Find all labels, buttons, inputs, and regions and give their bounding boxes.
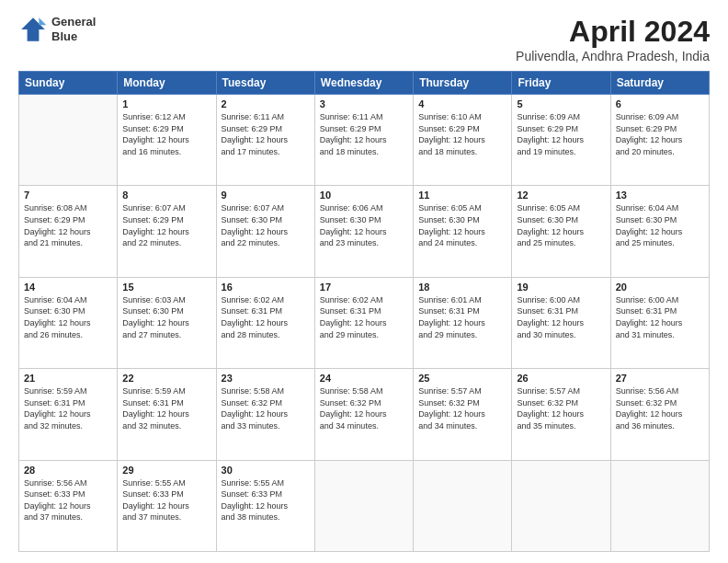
cell-info: Sunrise: 6:07 AM Sunset: 6:30 PM Dayligh… [222, 202, 310, 248]
cell-info: Sunrise: 6:02 AM Sunset: 6:31 PM Dayligh… [222, 294, 310, 340]
calendar-cell: 12Sunrise: 6:05 AM Sunset: 6:30 PM Dayli… [512, 186, 610, 277]
calendar-cell: 27Sunrise: 5:56 AM Sunset: 6:32 PM Dayli… [610, 369, 709, 460]
cell-info: Sunrise: 6:11 AM Sunset: 6:29 PM Dayligh… [320, 111, 408, 157]
day-number: 14 [24, 282, 112, 293]
cell-info: Sunrise: 6:07 AM Sunset: 6:29 PM Dayligh… [122, 202, 210, 248]
day-number: 1 [122, 98, 210, 109]
header-friday: Friday [512, 72, 610, 95]
cell-info: Sunrise: 6:05 AM Sunset: 6:30 PM Dayligh… [517, 202, 605, 248]
calendar-cell: 1Sunrise: 6:12 AM Sunset: 6:29 PM Daylig… [118, 95, 216, 186]
cell-info: Sunrise: 6:08 AM Sunset: 6:29 PM Dayligh… [24, 202, 112, 248]
logo-line1: General [51, 15, 96, 29]
cell-info: Sunrise: 5:59 AM Sunset: 6:31 PM Dayligh… [24, 385, 112, 431]
day-number: 27 [616, 373, 704, 384]
calendar-cell: 17Sunrise: 6:02 AM Sunset: 6:31 PM Dayli… [314, 277, 413, 368]
cell-info: Sunrise: 5:56 AM Sunset: 6:32 PM Dayligh… [616, 385, 704, 431]
calendar-cell: 29Sunrise: 5:55 AM Sunset: 6:33 PM Dayli… [118, 460, 216, 551]
header-sunday: Sunday [19, 72, 118, 95]
calendar-cell: 21Sunrise: 5:59 AM Sunset: 6:31 PM Dayli… [19, 369, 118, 460]
calendar-cell: 26Sunrise: 5:57 AM Sunset: 6:32 PM Dayli… [512, 369, 610, 460]
calendar-table: Sunday Monday Tuesday Wednesday Thursday… [18, 71, 710, 552]
cell-info: Sunrise: 6:11 AM Sunset: 6:29 PM Dayligh… [222, 111, 310, 157]
day-number: 26 [517, 373, 605, 384]
calendar-cell: 23Sunrise: 5:58 AM Sunset: 6:32 PM Dayli… [216, 369, 314, 460]
cell-info: Sunrise: 6:00 AM Sunset: 6:31 PM Dayligh… [517, 294, 605, 340]
calendar-cell: 24Sunrise: 5:58 AM Sunset: 6:32 PM Dayli… [314, 369, 413, 460]
header-tuesday: Tuesday [216, 72, 314, 95]
day-number: 11 [418, 190, 506, 201]
cell-info: Sunrise: 6:03 AM Sunset: 6:30 PM Dayligh… [122, 294, 210, 340]
cell-info: Sunrise: 5:57 AM Sunset: 6:32 PM Dayligh… [418, 385, 506, 431]
day-number: 8 [122, 190, 210, 201]
header-thursday: Thursday [414, 72, 512, 95]
page: General Blue April 2024 Pulivendla, Andh… [0, 0, 728, 563]
day-number: 7 [24, 190, 112, 201]
calendar-week-1: 1Sunrise: 6:12 AM Sunset: 6:29 PM Daylig… [19, 95, 710, 186]
day-number: 18 [418, 282, 506, 293]
calendar-cell: 7Sunrise: 6:08 AM Sunset: 6:29 PM Daylig… [19, 186, 118, 277]
calendar-cell: 25Sunrise: 5:57 AM Sunset: 6:32 PM Dayli… [414, 369, 512, 460]
day-number: 2 [222, 98, 310, 109]
calendar-cell: 16Sunrise: 6:02 AM Sunset: 6:31 PM Dayli… [216, 277, 314, 368]
day-number: 15 [122, 282, 210, 293]
calendar-cell [19, 95, 118, 186]
cell-info: Sunrise: 5:57 AM Sunset: 6:32 PM Dayligh… [517, 385, 605, 431]
header-wednesday: Wednesday [314, 72, 413, 95]
logo-icon [18, 15, 48, 44]
cell-info: Sunrise: 5:55 AM Sunset: 6:33 PM Dayligh… [122, 477, 210, 523]
logo: General Blue [18, 15, 96, 44]
calendar-cell: 4Sunrise: 6:10 AM Sunset: 6:29 PM Daylig… [414, 95, 512, 186]
calendar-cell: 10Sunrise: 6:06 AM Sunset: 6:30 PM Dayli… [314, 186, 413, 277]
cell-info: Sunrise: 5:59 AM Sunset: 6:31 PM Dayligh… [122, 385, 210, 431]
calendar-cell: 11Sunrise: 6:05 AM Sunset: 6:30 PM Dayli… [414, 186, 512, 277]
day-number: 16 [222, 282, 310, 293]
cell-info: Sunrise: 6:01 AM Sunset: 6:31 PM Dayligh… [418, 294, 506, 340]
calendar-cell: 2Sunrise: 6:11 AM Sunset: 6:29 PM Daylig… [216, 95, 314, 186]
calendar-cell: 5Sunrise: 6:09 AM Sunset: 6:29 PM Daylig… [512, 95, 610, 186]
day-number: 22 [122, 373, 210, 384]
calendar-cell [512, 460, 610, 551]
header-monday: Monday [118, 72, 216, 95]
day-number: 19 [517, 282, 605, 293]
cell-info: Sunrise: 6:04 AM Sunset: 6:30 PM Dayligh… [616, 202, 704, 248]
calendar-cell: 18Sunrise: 6:01 AM Sunset: 6:31 PM Dayli… [414, 277, 512, 368]
header-saturday: Saturday [610, 72, 709, 95]
cell-info: Sunrise: 5:58 AM Sunset: 6:32 PM Dayligh… [320, 385, 408, 431]
calendar-week-3: 14Sunrise: 6:04 AM Sunset: 6:30 PM Dayli… [19, 277, 710, 368]
calendar-cell: 8Sunrise: 6:07 AM Sunset: 6:29 PM Daylig… [118, 186, 216, 277]
day-number: 17 [320, 282, 408, 293]
calendar-cell: 3Sunrise: 6:11 AM Sunset: 6:29 PM Daylig… [314, 95, 413, 186]
cell-info: Sunrise: 5:56 AM Sunset: 6:33 PM Dayligh… [24, 477, 112, 523]
calendar-cell: 30Sunrise: 5:55 AM Sunset: 6:33 PM Dayli… [216, 460, 314, 551]
day-number: 25 [418, 373, 506, 384]
day-number: 10 [320, 190, 408, 201]
header: General Blue April 2024 Pulivendla, Andh… [18, 15, 710, 63]
day-number: 9 [222, 190, 310, 201]
day-number: 23 [222, 373, 310, 384]
day-number: 21 [24, 373, 112, 384]
calendar-week-4: 21Sunrise: 5:59 AM Sunset: 6:31 PM Dayli… [19, 369, 710, 460]
calendar-week-2: 7Sunrise: 6:08 AM Sunset: 6:29 PM Daylig… [19, 186, 710, 277]
day-number: 13 [616, 190, 704, 201]
calendar-cell [610, 460, 709, 551]
cell-info: Sunrise: 5:55 AM Sunset: 6:33 PM Dayligh… [222, 477, 310, 523]
calendar-cell: 20Sunrise: 6:00 AM Sunset: 6:31 PM Dayli… [610, 277, 709, 368]
calendar-cell: 14Sunrise: 6:04 AM Sunset: 6:30 PM Dayli… [19, 277, 118, 368]
day-number: 29 [122, 465, 210, 476]
day-number: 28 [24, 465, 112, 476]
cell-info: Sunrise: 6:10 AM Sunset: 6:29 PM Dayligh… [418, 111, 506, 157]
cell-info: Sunrise: 6:06 AM Sunset: 6:30 PM Dayligh… [320, 202, 408, 248]
calendar-cell [414, 460, 512, 551]
calendar-cell: 15Sunrise: 6:03 AM Sunset: 6:30 PM Dayli… [118, 277, 216, 368]
day-number: 24 [320, 373, 408, 384]
cell-info: Sunrise: 6:04 AM Sunset: 6:30 PM Dayligh… [24, 294, 112, 340]
calendar-cell: 22Sunrise: 5:59 AM Sunset: 6:31 PM Dayli… [118, 369, 216, 460]
cell-info: Sunrise: 6:09 AM Sunset: 6:29 PM Dayligh… [517, 111, 605, 157]
day-number: 12 [517, 190, 605, 201]
calendar-cell: 19Sunrise: 6:00 AM Sunset: 6:31 PM Dayli… [512, 277, 610, 368]
day-number: 4 [418, 98, 506, 109]
location: Pulivendla, Andhra Pradesh, India [516, 49, 710, 63]
cell-info: Sunrise: 5:58 AM Sunset: 6:32 PM Dayligh… [222, 385, 310, 431]
logo-line2: Blue [51, 29, 96, 44]
weekday-header-row: Sunday Monday Tuesday Wednesday Thursday… [19, 72, 710, 95]
